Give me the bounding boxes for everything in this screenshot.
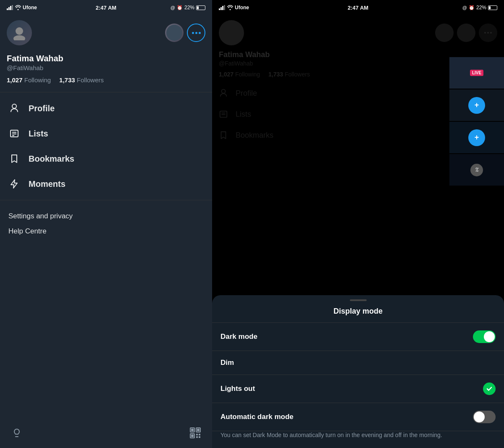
- svg-rect-3: [12, 5, 13, 10]
- right-panel: Ufone 2:47 AM @ ⏰ 22%: [212, 0, 504, 448]
- modal-title: Display mode: [212, 307, 504, 323]
- moments-label: Moments: [29, 179, 66, 189]
- battery-icon-right: [488, 5, 497, 10]
- divider-1: [0, 92, 212, 92]
- menu-item-lists[interactable]: Lists: [0, 121, 212, 146]
- live-badge: LIVE: [470, 70, 483, 76]
- user-name-left: Fatima Wahab: [7, 54, 205, 63]
- dimmed-profile-label: Profile: [236, 89, 257, 98]
- dimmed-background: Fatima Wahab @FatiWahab 1,027 Following …: [212, 15, 504, 448]
- bottom-bar-left: [0, 426, 212, 440]
- svg-rect-19: [199, 436, 200, 438]
- profile-icon: [8, 102, 20, 114]
- person-svg: [9, 103, 19, 113]
- menu-item-moments[interactable]: Moments: [0, 171, 212, 196]
- lights-out-row[interactable]: Lights out: [212, 375, 504, 403]
- bolt-svg: [9, 179, 19, 189]
- svg-rect-0: [7, 8, 8, 10]
- battery-pct-left: 22%: [184, 5, 194, 10]
- follow-stats-left: 1,027 Following 1,733 Followers: [7, 76, 205, 84]
- toggle-knob-auto: [474, 411, 485, 422]
- story-thumb-left[interactable]: [165, 24, 184, 42]
- svg-rect-21: [220, 7, 222, 10]
- svg-rect-1: [8, 7, 10, 10]
- display-mode-modal: Display mode Dark mode Dim Lights out: [212, 295, 504, 448]
- svg-rect-13: [197, 429, 200, 431]
- carrier-left: Ufone: [7, 5, 37, 10]
- dim-row[interactable]: Dim: [212, 351, 504, 375]
- dimmed-header-right: [435, 24, 497, 42]
- status-bar-left: Ufone 2:47 AM @ ⏰ 22%: [0, 0, 212, 15]
- help-centre-link[interactable]: Help Centre: [8, 227, 204, 236]
- bookmarks-icon: [8, 153, 20, 165]
- battery-icon-left: [196, 5, 205, 10]
- dimmed-bookmarks-label: Bookmarks: [236, 131, 273, 140]
- modal-handle: [350, 299, 367, 301]
- settings-privacy-link[interactable]: Settings and privacy: [8, 212, 204, 220]
- dark-mode-label: Dark mode: [220, 333, 257, 341]
- carrier-right: Ufone: [219, 5, 249, 10]
- at-icon-right: @: [462, 5, 467, 10]
- dark-mode-row[interactable]: Dark mode: [212, 323, 504, 351]
- divider-2: [0, 200, 212, 200]
- followers-stat[interactable]: 1,733 Followers: [59, 76, 104, 84]
- wifi-icon-right: [227, 5, 233, 10]
- svg-point-4: [16, 27, 23, 35]
- svg-point-5: [13, 35, 25, 40]
- menu-item-bookmarks[interactable]: Bookmarks: [0, 146, 212, 171]
- dimmed-thumb-2: [457, 24, 475, 42]
- dark-mode-toggle[interactable]: [473, 330, 496, 343]
- alarm-icon: ⏰: [177, 5, 183, 10]
- dimmed-thumb-1: [435, 24, 454, 42]
- lists-icon: [8, 128, 20, 139]
- feed-card-1: LIVE: [449, 57, 504, 89]
- feed-card-2: +: [449, 89, 504, 121]
- signal-icon: [7, 5, 13, 10]
- svg-rect-15: [191, 435, 194, 437]
- status-right-right: @ ⏰ 22%: [462, 5, 497, 10]
- toggle-knob-dark: [484, 331, 495, 342]
- more-button-left[interactable]: [187, 24, 205, 42]
- carrier-name-left: Ufone: [23, 5, 37, 10]
- dimmed-more-btn: [479, 24, 497, 42]
- lists-label: Lists: [29, 129, 48, 139]
- menu-item-profile[interactable]: Profile: [0, 96, 212, 121]
- svg-rect-22: [222, 6, 223, 10]
- bookmarks-label: Bookmarks: [29, 154, 74, 164]
- qr-icon[interactable]: [189, 426, 202, 440]
- profile-label: Profile: [29, 104, 55, 113]
- time-left: 2:47 AM: [96, 5, 116, 11]
- svg-rect-23: [224, 5, 225, 10]
- dimmed-following: 1,027 Following: [219, 71, 260, 78]
- following-stat[interactable]: 1,027 Following: [7, 76, 51, 84]
- dimmed-followers: 1,733 Followers: [268, 71, 310, 78]
- lists-svg: [9, 128, 19, 139]
- feed-thumbnails: LIVE + + 𝕿: [449, 57, 504, 186]
- dimmed-lists-icon: [219, 110, 228, 119]
- lights-out-label: Lights out: [220, 385, 255, 393]
- dim-label: Dim: [220, 359, 234, 367]
- dimmed-profile-header: [219, 20, 497, 45]
- auto-dark-mode-row[interactable]: Automatic dark mode: [212, 403, 504, 431]
- status-bar-right: Ufone 2:47 AM @ ⏰ 22%: [212, 0, 504, 15]
- svg-rect-16: [196, 434, 198, 435]
- auto-dark-toggle[interactable]: [473, 411, 496, 423]
- avatar-left[interactable]: [7, 20, 32, 45]
- svg-rect-11: [191, 429, 194, 431]
- time-right: 2:47 AM: [348, 5, 368, 11]
- profile-header-left: [0, 15, 212, 50]
- dimmed-profile-icon: [219, 89, 228, 98]
- user-info-left: Fatima Wahab @FatiWahab 1,027 Following …: [0, 50, 212, 89]
- auto-dark-description: You can set Dark Mode to automatically t…: [212, 431, 504, 448]
- at-icon: @: [171, 5, 175, 10]
- dimmed-bookmark-icon: [219, 131, 228, 140]
- status-right-left: @ ⏰ 22%: [171, 5, 205, 10]
- carrier-name-right: Ufone: [235, 5, 249, 10]
- add-icon-1: +: [475, 101, 479, 110]
- battery-pct-right: 22%: [476, 5, 486, 10]
- add-icon-2: +: [475, 133, 479, 142]
- feed-card-4: 𝕿: [449, 154, 504, 186]
- lightbulb-icon[interactable]: [10, 426, 24, 440]
- svg-rect-2: [10, 6, 11, 10]
- moments-icon: [8, 178, 20, 190]
